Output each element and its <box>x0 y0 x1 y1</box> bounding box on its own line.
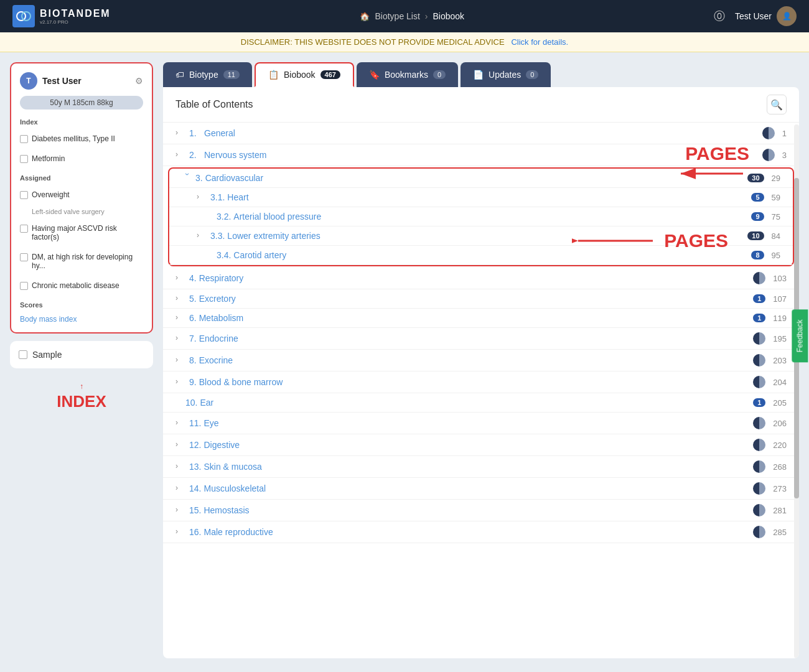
feedback-button[interactable]: Feedback <box>792 310 808 363</box>
toc-item-excretory[interactable]: › 5. Excretory 1 107 <box>163 289 799 309</box>
main-layout: T Test User ⚙ 50y M 185cm 88kg Index Dia… <box>0 52 809 668</box>
user-card: T Test User ⚙ 50y M 185cm 88kg Index Dia… <box>10 62 153 334</box>
chevron-exocrine: › <box>175 355 185 365</box>
header: BIOTANDEM v2.17.0 PRO 🏠 Biotype List › B… <box>0 0 809 32</box>
checkbox-dm[interactable] <box>20 253 28 261</box>
index-item-metformin[interactable]: Metformin <box>20 154 143 163</box>
index-item-dm[interactable]: DM, at high risk for developing hy... <box>20 253 143 270</box>
chevron-digestive: › <box>175 440 185 450</box>
tab-bookmarks[interactable]: 🔖 Bookmarks 0 <box>357 62 458 87</box>
search-button[interactable]: 🔍 <box>767 95 787 114</box>
tab-biobook[interactable]: 📋 Biobook 467 <box>255 62 354 87</box>
checkbox-overweight[interactable] <box>20 191 28 199</box>
sub-label-valve: Left-sided valve surgery <box>32 208 143 215</box>
chevron-hemostasis: › <box>175 505 185 515</box>
half-icon-general <box>762 127 775 139</box>
checkbox-diabetes[interactable] <box>20 135 28 143</box>
half-icon-exo <box>753 354 765 366</box>
toc-item-metabolism[interactable]: › 6. Metabolism 1 119 <box>163 309 799 328</box>
index-item-chronic[interactable]: Chronic metabolic disease <box>20 281 143 290</box>
logo-icon <box>12 5 35 27</box>
sidebar-username: Test User <box>42 76 130 86</box>
toc-item-musculo[interactable]: › 14. Musculoskeletal 273 <box>163 478 799 500</box>
breadcrumb-home[interactable]: Biotype List <box>375 11 419 21</box>
user-avatar: 👤 <box>777 6 797 26</box>
header-username: Test User <box>735 11 772 21</box>
chevron-endocrine: › <box>175 334 185 343</box>
index-annotation-label: INDEX <box>57 392 106 411</box>
chevron-respiratory: › <box>175 273 185 283</box>
toc-item-eye[interactable]: › 11. Eye 206 <box>163 413 799 434</box>
half-icon-musc <box>753 482 765 495</box>
toc-item-skin[interactable]: › 13. Skin & mucosa 268 <box>163 456 799 478</box>
index-item-diabetes[interactable]: Diabetes mellitus, Type II <box>20 134 143 143</box>
pages-label: PAGES <box>685 143 749 164</box>
badge-ear: 1 <box>753 398 765 407</box>
chevron-lower: › <box>197 231 207 241</box>
biotype-badge: 11 <box>223 70 240 79</box>
chevron-eye: › <box>175 418 185 428</box>
user-info: Test User 👤 <box>735 6 797 26</box>
toc-item-male-repro[interactable]: › 16. Male reproductive 285 <box>163 521 799 543</box>
half-icon-endo <box>753 332 765 345</box>
half-icon-skin <box>753 460 765 473</box>
checkbox-metformin[interactable] <box>20 155 28 163</box>
toc-item-digestive[interactable]: › 12. Digestive 220 <box>163 434 799 456</box>
toc-title: Table of Contents <box>175 99 253 110</box>
half-icon-dig <box>753 439 765 451</box>
index-item-overweight[interactable]: Overweight <box>20 190 143 199</box>
half-icon-resp <box>753 272 765 284</box>
toc-item-blood[interactable]: › 9. Blood & bone marrow 204 <box>163 371 799 393</box>
checkbox-chronic[interactable] <box>20 282 28 290</box>
sample-card: Sample <box>10 341 153 368</box>
half-icon-eye <box>753 417 765 429</box>
sidebar-avatar: T <box>20 72 37 90</box>
content-area: 🏷 Biotype 11 📋 Biobook 467 🔖 Bookmarks 0… <box>163 62 799 658</box>
toc-item-hemostasis[interactable]: › 15. Hemostasis 281 <box>163 500 799 521</box>
toc-item-lower-extremity[interactable]: › 3.3. Lower extremity arteries 10 84 <box>169 226 793 246</box>
sample-label: Sample <box>32 350 62 360</box>
help-button[interactable]: ⓪ <box>714 9 725 24</box>
badge-cardiovascular: 30 <box>747 174 764 182</box>
half-icon-blood <box>753 376 765 388</box>
toc-item-general[interactable]: › 1. General 1 <box>163 123 799 144</box>
chevron-cardiovascular: › <box>182 173 192 183</box>
score-link-bmi[interactable]: Body mass index <box>20 315 143 324</box>
checkbox-ascvd[interactable] <box>20 225 28 233</box>
toc-item-respiratory[interactable]: › 4. Respiratory 103 <box>163 268 799 289</box>
half-icon-male <box>753 526 765 538</box>
half-icon-nervous <box>762 149 775 161</box>
chevron-nervous: › <box>175 150 185 160</box>
disclaimer-link[interactable]: Click for details. <box>511 37 568 47</box>
chevron-general: › <box>175 128 185 138</box>
checkbox-sample[interactable] <box>19 350 27 359</box>
tab-biotype[interactable]: 🏷 Biotype 11 <box>163 62 252 87</box>
updates-badge: 0 <box>526 70 538 79</box>
gear-icon[interactable]: ⚙ <box>135 76 143 86</box>
scrollbar-track <box>794 124 799 658</box>
badge-metabolism: 1 <box>753 314 765 322</box>
half-icon-hemo <box>753 504 765 516</box>
breadcrumb-current: Biobook <box>433 11 465 21</box>
tab-updates[interactable]: 📄 Updates 0 <box>461 62 551 87</box>
index-section-label: Index <box>20 118 143 126</box>
pages-arrow-svg <box>675 164 749 183</box>
toc-header: Table of Contents 🔍 <box>163 87 799 123</box>
toc-item-endocrine[interactable]: › 7. Endocrine 195 <box>163 328 799 350</box>
index-item-ascvd[interactable]: Having major ASCVD risk factor(s) <box>20 224 143 241</box>
toc-item-carotid[interactable]: 3.4. Carotid artery 8 95 <box>169 246 793 265</box>
badge-carotid: 8 <box>751 251 764 259</box>
badge-excretory: 1 <box>753 294 765 303</box>
toc-item-arterial[interactable]: 3.2. Arterial blood pressure 9 75 <box>169 207 793 226</box>
disclaimer-bar: DISCLAIMER: THIS WEBSITE DOES NOT PROVID… <box>0 32 809 52</box>
toc-item-heart[interactable]: › 3.1. Heart 5 59 <box>169 188 793 207</box>
toc-item-exocrine[interactable]: › 8. Exocrine 203 <box>163 350 799 371</box>
disclaimer-text: DISCLAIMER: THIS WEBSITE DOES NOT PROVID… <box>241 37 505 47</box>
chevron-excretory: › <box>175 294 185 304</box>
badge-arterial: 9 <box>751 212 764 221</box>
toc-item-ear[interactable]: 10. Ear 1 205 <box>163 393 799 413</box>
pages-annotation: PAGES <box>675 143 749 183</box>
tab-bar: 🏷 Biotype 11 📋 Biobook 467 🔖 Bookmarks 0… <box>163 62 799 87</box>
badge-heart: 5 <box>751 193 764 202</box>
index-annotation: ↑ INDEX <box>10 382 153 411</box>
